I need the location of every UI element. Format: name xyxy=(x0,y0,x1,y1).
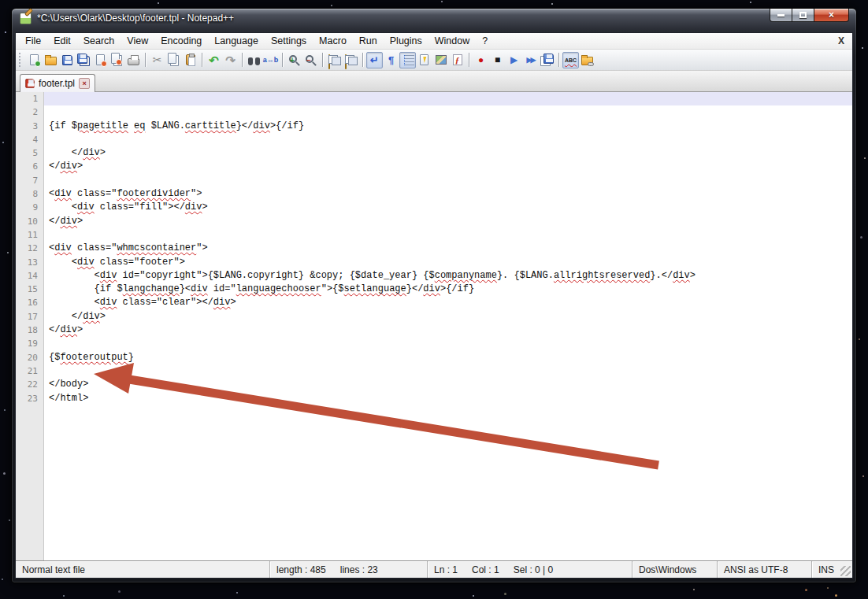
document-close-x[interactable]: X xyxy=(838,35,844,46)
misspelled-word: div xyxy=(54,242,72,253)
menu-item-file[interactable]: File xyxy=(19,34,47,48)
open-containing-folder-icon[interactable] xyxy=(579,52,595,68)
save-glyph xyxy=(62,55,72,65)
save-macro-icon[interactable] xyxy=(539,52,555,68)
code-line-9[interactable]: <div class="fill"></div> xyxy=(44,201,852,214)
close-file-icon[interactable] xyxy=(92,52,109,68)
code-text: </ xyxy=(49,324,60,335)
menu-item-search[interactable]: Search xyxy=(77,34,121,48)
stop-macro-icon[interactable]: ■ xyxy=(489,52,506,68)
function-list-icon[interactable]: ƒ xyxy=(449,52,466,68)
menu-items: FileEditSearchViewEncodingLanguageSettin… xyxy=(19,34,494,48)
menu-item-run[interactable]: Run xyxy=(353,34,384,48)
menu-item-window[interactable]: Window xyxy=(428,34,476,48)
redo-icon[interactable]: ↷ xyxy=(222,52,239,68)
code-line-4[interactable] xyxy=(44,133,852,146)
code-line-2[interactable] xyxy=(44,105,852,119)
sync-horizontal-scroll-icon[interactable] xyxy=(343,52,359,68)
status-eol-format[interactable]: Dos\Windows xyxy=(632,561,717,578)
code-line-3[interactable]: {if $pagetitle eq $LANG.carttitle}</div>… xyxy=(44,120,852,133)
code-line-20[interactable]: {$footeroutput} xyxy=(44,351,852,364)
code-line-5[interactable]: </div> xyxy=(44,146,852,160)
document-map-icon[interactable] xyxy=(432,52,449,68)
replace-icon[interactable]: a↔b xyxy=(262,52,279,68)
find-icon[interactable] xyxy=(246,52,262,68)
status-lines: lines : 23 xyxy=(340,564,378,575)
undo-icon[interactable]: ↶ xyxy=(206,52,222,68)
menu-item-help[interactable]: ? xyxy=(476,34,494,48)
minimize-button[interactable] xyxy=(770,9,792,22)
menu-item-edit[interactable]: Edit xyxy=(47,34,77,48)
toolbar-grip[interactable] xyxy=(19,53,23,67)
record-macro-icon[interactable]: ● xyxy=(473,52,489,68)
print-icon[interactable] xyxy=(125,52,142,68)
editor-area[interactable]: 1234567891011121314151617181920212223 {i… xyxy=(16,92,852,560)
copy-icon[interactable] xyxy=(165,52,182,68)
sync-vertical-scroll-icon[interactable] xyxy=(326,52,343,68)
code-line-15[interactable]: {if $langchange}<div id="languagechooser… xyxy=(44,283,852,296)
play-macro-icon[interactable]: ▶ xyxy=(506,52,522,68)
maximize-button[interactable] xyxy=(792,9,814,22)
new-file-icon[interactable] xyxy=(26,52,43,68)
code-line-10[interactable]: </div> xyxy=(44,215,852,228)
line-number: 10 xyxy=(16,215,43,228)
code-line-21[interactable] xyxy=(44,364,852,378)
print-glyph xyxy=(128,58,139,65)
code-line-12[interactable]: <div class="whmcscontainer"> xyxy=(44,242,852,255)
menu-item-view[interactable]: View xyxy=(121,34,154,48)
close-all-icon[interactable] xyxy=(109,52,125,68)
toolbar-separator xyxy=(202,53,202,67)
zoom-out-icon[interactable]: − xyxy=(302,52,319,68)
menu-item-language[interactable]: Language xyxy=(208,34,265,48)
code-line-8[interactable]: <div class="footerdivider"> xyxy=(44,187,852,201)
code-text: ">{$ xyxy=(321,283,344,294)
code-text: class=" xyxy=(72,242,117,253)
run-macro-multiple-icon[interactable]: ▶▶ xyxy=(522,52,539,68)
menu-item-macro[interactable]: Macro xyxy=(313,34,353,48)
menu-item-encoding[interactable]: Encoding xyxy=(154,34,208,48)
code-line-14[interactable]: <div id="copyright">{$LANG.copyright} &c… xyxy=(44,269,852,283)
code-line-22[interactable]: </body> xyxy=(44,378,852,391)
editor-lines[interactable]: {if $pagetitle eq $LANG.carttitle}</div>… xyxy=(44,92,852,560)
menu-item-plugins[interactable]: Plugins xyxy=(384,34,428,48)
misspelled-word: langchange xyxy=(123,283,180,294)
spell-check-icon[interactable]: ABC xyxy=(562,52,579,68)
word-wrap-glyph: ↵ xyxy=(370,55,379,65)
code-line-19[interactable] xyxy=(44,337,852,350)
code-line-1[interactable] xyxy=(44,92,852,105)
misspelled-word: carttitle xyxy=(185,120,236,131)
line-number: 18 xyxy=(16,324,43,337)
save-icon[interactable] xyxy=(59,52,76,68)
title-bar[interactable]: *C:\Users\Olark\Desktop\footer.tpl - Not… xyxy=(12,9,856,32)
code-line-17[interactable]: </div> xyxy=(44,310,852,324)
code-line-18[interactable]: </div> xyxy=(44,324,852,337)
code-line-7[interactable] xyxy=(44,174,852,187)
show-indent-guide-icon[interactable] xyxy=(399,52,416,68)
code-line-13[interactable]: <div class="footer"> xyxy=(44,256,852,269)
run-macro-multiple-glyph: ▶▶ xyxy=(527,57,535,64)
play-macro-glyph: ▶ xyxy=(510,55,517,65)
open-file-icon[interactable] xyxy=(43,52,59,68)
save-all-icon[interactable] xyxy=(76,52,92,68)
code-line-6[interactable]: </div> xyxy=(44,160,852,173)
misspelled-word: setlanguage xyxy=(344,283,406,294)
code-text: < xyxy=(49,202,77,213)
zoom-in-icon[interactable]: + xyxy=(286,52,302,68)
replace-glyph: a↔b xyxy=(263,57,279,64)
code-line-16[interactable]: <div class="clear"></div> xyxy=(44,296,852,309)
tab-close-icon[interactable]: × xyxy=(79,78,90,89)
resize-grip[interactable] xyxy=(840,566,851,576)
code-text: }< xyxy=(180,283,191,294)
close-button[interactable]: × xyxy=(814,9,849,22)
code-text: }</ xyxy=(236,120,254,131)
code-line-11[interactable] xyxy=(44,228,852,242)
status-encoding[interactable]: ANSI as UTF-8 xyxy=(717,561,811,578)
show-all-characters-icon[interactable]: ¶ xyxy=(383,52,399,68)
menu-item-settings[interactable]: Settings xyxy=(265,34,313,48)
word-wrap-icon[interactable]: ↵ xyxy=(366,52,383,68)
show-wrap-symbol-icon[interactable] xyxy=(416,52,432,68)
paste-icon[interactable] xyxy=(182,52,198,68)
code-line-23[interactable]: </html> xyxy=(44,392,852,405)
cut-icon[interactable]: ✂ xyxy=(149,52,165,68)
tab-footer-tpl[interactable]: footer.tpl × xyxy=(20,74,95,92)
